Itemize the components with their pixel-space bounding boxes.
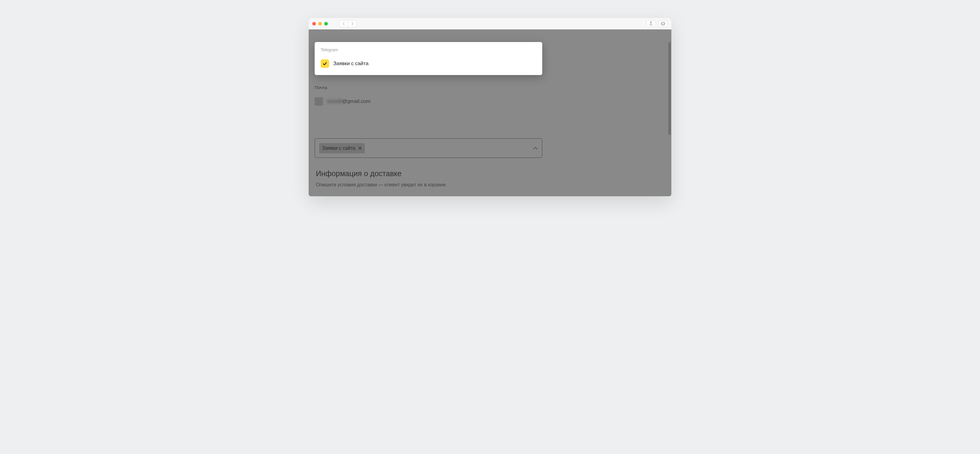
dropdown-group-label: Telegram <box>321 48 536 52</box>
multiselect-field[interactable]: Заявки с сайта <box>315 138 542 158</box>
toolbar-right <box>646 21 668 27</box>
selected-tag: Заявки с сайта <box>319 143 365 153</box>
share-button[interactable] <box>646 21 656 27</box>
email-masked: lunndil <box>327 98 342 104</box>
email-section-label: Почта <box>315 85 542 90</box>
shipping-heading: Информация о доставке <box>316 169 445 178</box>
tabs-icon <box>661 22 665 25</box>
tag-label: Заявки с сайта <box>322 146 355 151</box>
chevron-right-icon <box>351 22 354 25</box>
dropdown-option[interactable]: Заявки с сайта <box>321 59 536 68</box>
chevron-left-icon <box>342 22 345 25</box>
maximize-window-button[interactable] <box>324 22 328 25</box>
checkbox-unchecked[interactable] <box>315 97 323 106</box>
minimize-window-button[interactable] <box>318 22 322 25</box>
popover-scrollbar[interactable] <box>668 42 671 135</box>
close-icon <box>358 146 362 150</box>
window-controls <box>312 22 328 25</box>
email-domain: @gmail.com <box>342 98 371 104</box>
tabs-button[interactable] <box>658 21 668 27</box>
check-icon <box>323 61 327 66</box>
email-value: lunndil@gmail.com <box>327 98 371 105</box>
nav-buttons <box>339 20 357 27</box>
email-section: Почта lunndil@gmail.com <box>315 85 542 106</box>
dropdown-popover: Telegram Заявки с сайта <box>315 42 542 75</box>
back-button[interactable] <box>340 21 348 27</box>
forward-button[interactable] <box>348 21 356 27</box>
email-option[interactable]: lunndil@gmail.com <box>315 97 542 106</box>
browser-window: Telegram Заявки с сайта Почта lunndil@gm… <box>309 18 671 196</box>
share-icon <box>649 22 653 26</box>
checkbox-checked[interactable] <box>321 59 329 68</box>
shipping-description: Опишите условия доставки — клиент увидит… <box>316 182 445 187</box>
dropdown-option-label: Заявки с сайта <box>333 60 368 67</box>
close-window-button[interactable] <box>312 22 316 25</box>
shipping-section: Информация о доставке Опишите условия до… <box>316 169 445 187</box>
page-viewport: Telegram Заявки с сайта Почта lunndil@gm… <box>309 29 671 196</box>
tag-remove-button[interactable] <box>358 146 362 150</box>
chevron-up-icon <box>533 147 538 150</box>
titlebar <box>309 18 671 29</box>
